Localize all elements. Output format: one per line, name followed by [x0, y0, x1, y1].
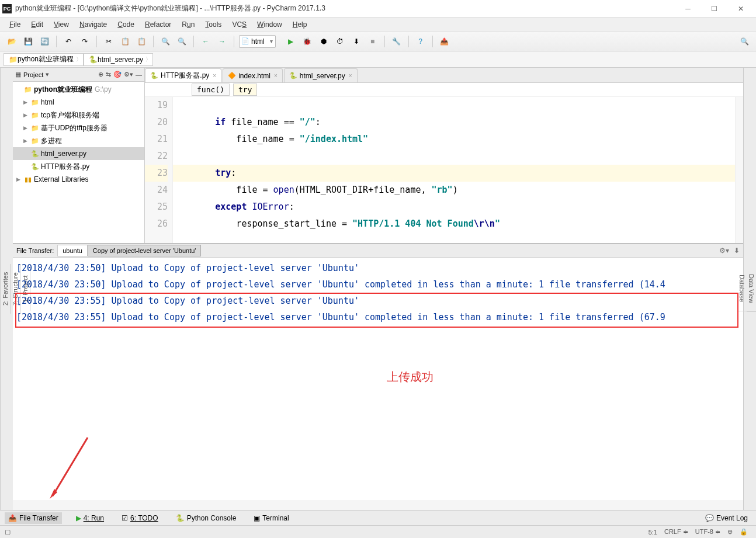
deploy-icon[interactable]: 📤 [438, 34, 452, 48]
tooltab-terminal[interactable]: ▣ Terminal [250, 512, 292, 524]
code-crumb[interactable]: try [233, 84, 257, 96]
find-icon[interactable]: 🔍 [158, 34, 172, 48]
paste-icon[interactable]: 📋 [134, 34, 148, 48]
search-everywhere-icon[interactable]: 🔍 [737, 34, 751, 48]
cut-icon[interactable]: ✂ [102, 34, 116, 48]
menu-navigate[interactable]: Navigate [75, 19, 112, 30]
menu-refactor[interactable]: Refactor [140, 19, 176, 30]
menu-window[interactable]: Window [252, 19, 287, 30]
project-view-icon[interactable]: ▦ [15, 71, 21, 78]
tooltab-run[interactable]: ▶ 4: Run [72, 512, 107, 524]
file-transfer-log[interactable]: [2018/4/30 23:50] Upload to Copy of proj… [13, 258, 743, 501]
attach-icon[interactable]: ⬇ [349, 34, 363, 48]
stop-icon[interactable]: ■ [366, 34, 380, 48]
separator [96, 36, 97, 47]
expand-icon[interactable]: ⇆ [106, 71, 111, 78]
tree-folder[interactable]: ▶📁tcp客户端和服务端 [13, 109, 144, 122]
tree-folder[interactable]: ▶📁html [13, 96, 144, 109]
minimize-button[interactable]: ─ [675, 1, 701, 17]
insert-mode-icon[interactable]: ⊕ [724, 528, 736, 536]
scrollbar[interactable] [13, 501, 743, 510]
settings-icon[interactable]: 🔧 [390, 34, 404, 48]
separator [234, 36, 234, 47]
tree-file[interactable]: 🐍html_server.py [13, 147, 144, 160]
tree-file[interactable]: 🐍HTTP服务器.py [13, 160, 144, 173]
annotation-text: 上传成功 [387, 369, 434, 385]
right-tool-strip: Data View Database [743, 68, 756, 510]
menu-run[interactable]: Run [177, 19, 199, 30]
replace-icon[interactable]: 🔍 [175, 34, 189, 48]
collapse-icon[interactable]: ⊕ [98, 71, 103, 78]
copy-icon[interactable]: 📋 [118, 34, 132, 48]
maximize-button[interactable]: ☐ [701, 1, 727, 17]
breadcrumb-item[interactable]: 📁 python就业班编程 [4, 53, 84, 66]
close-icon[interactable]: × [349, 72, 352, 79]
marker-bar [735, 97, 743, 243]
download-icon[interactable]: ⬇ [734, 247, 740, 255]
gear-icon[interactable]: ⚙▾ [719, 247, 729, 255]
code-crumb[interactable]: func() [192, 84, 230, 96]
navigation-bar: 📁 python就业班编程 🐍 html_server.py [0, 51, 756, 68]
sidetab-dataview[interactable]: Data View [747, 266, 756, 312]
tooltab-file-transfer[interactable]: 📤 File Transfer [5, 512, 62, 524]
close-icon[interactable]: × [213, 72, 216, 79]
caret-position[interactable]: 5:1 [645, 529, 661, 536]
menu-code[interactable]: Code [113, 19, 139, 30]
debug-icon[interactable]: 🐞 [300, 34, 314, 48]
file-transfer-subtab[interactable]: Copy of project-level server 'Ubuntu' [88, 245, 202, 256]
help-icon[interactable]: ? [414, 34, 428, 48]
close-icon[interactable]: × [274, 72, 278, 79]
menu-file[interactable]: File [5, 19, 25, 30]
log-line: [2018/4/30 23:55] Upload to Copy of proj… [16, 293, 740, 309]
lock-icon[interactable]: 🔒 [736, 528, 751, 536]
locate-icon[interactable]: 🎯 [113, 71, 122, 78]
project-header-label[interactable]: Project [23, 71, 43, 78]
editor-tab[interactable]: 🐍html_server.py× [284, 68, 358, 82]
file-transfer-label: File Transfer: [13, 247, 57, 254]
statusbar-box-icon[interactable]: ▢ [5, 528, 11, 536]
line-separator[interactable]: CRLF ≑ [661, 528, 692, 536]
file-transfer-subtab[interactable]: ubuntu [57, 245, 88, 256]
main-area: 2: Favorites 7: Structure 1: Project ▦ P… [0, 68, 756, 510]
menu-bar: File Edit View Navigate Code Refactor Ru… [0, 18, 756, 32]
tree-root[interactable]: 📁python就业班编程G:\py [13, 83, 144, 96]
close-button[interactable]: ✕ [727, 1, 754, 17]
undo-icon[interactable]: ↶ [61, 34, 75, 48]
profile-icon[interactable]: ⏱ [333, 34, 347, 48]
open-icon[interactable]: 📂 [5, 34, 19, 48]
title-bar: PC python就业班编程 - [G:\python编译文件\python就业… [0, 0, 756, 18]
project-tree[interactable]: 📁python就业班编程G:\py ▶📁html ▶📁tcp客户端和服务端 ▶📁… [13, 82, 144, 243]
menu-help[interactable]: Help [288, 19, 312, 30]
code-editor[interactable]: 1920212223242526 if file_name == "/": fi… [145, 97, 743, 243]
menu-edit[interactable]: Edit [26, 19, 48, 30]
separator [153, 36, 154, 47]
sidetab-favorites[interactable]: 2: Favorites [1, 264, 11, 314]
menu-vcs[interactable]: VCS [227, 19, 251, 30]
forward-icon[interactable]: → [215, 34, 229, 48]
tooltab-python-console[interactable]: 🐍 Python Console [172, 512, 240, 524]
file-encoding[interactable]: UTF-8 ≑ [692, 528, 724, 536]
redo-icon[interactable]: ↷ [78, 34, 92, 48]
editor-tab[interactable]: 🔶index.html× [223, 68, 283, 82]
tree-folder[interactable]: ▶📁多进程 [13, 134, 144, 147]
editor-tab[interactable]: 🐍HTTP服务器.py× [145, 68, 221, 82]
log-line: [2018/4/30 23:50] Upload to Copy of proj… [16, 276, 740, 293]
tooltab-event-log[interactable]: 💬 Event Log [702, 512, 751, 524]
menu-view[interactable]: View [49, 19, 74, 30]
file-transfer-panel: File Transfer: ubuntu Copy of project-le… [13, 243, 743, 510]
menu-tools[interactable]: Tools [200, 19, 226, 30]
coverage-icon[interactable]: ⬢ [317, 34, 331, 48]
breadcrumb-item[interactable]: 🐍 html_server.py [84, 53, 153, 66]
separator [56, 36, 57, 47]
tooltab-todo[interactable]: ☑ 6: TODO [118, 512, 162, 524]
gear-icon[interactable]: ⚙▾ [124, 71, 133, 78]
tree-folder[interactable]: ▶📁基于UDP的tftp服务器 [13, 122, 144, 134]
back-icon[interactable]: ← [199, 34, 213, 48]
tree-external[interactable]: ▶▮▮External Libraries [13, 173, 144, 186]
run-config-combo[interactable]: html [239, 35, 276, 48]
chevron-down-icon[interactable]: ▾ [46, 71, 49, 78]
run-icon[interactable]: ▶ [284, 34, 298, 48]
save-icon[interactable]: 💾 [21, 34, 35, 48]
hide-icon[interactable]: — [136, 71, 142, 78]
sync-icon[interactable]: 🔄 [37, 34, 51, 48]
